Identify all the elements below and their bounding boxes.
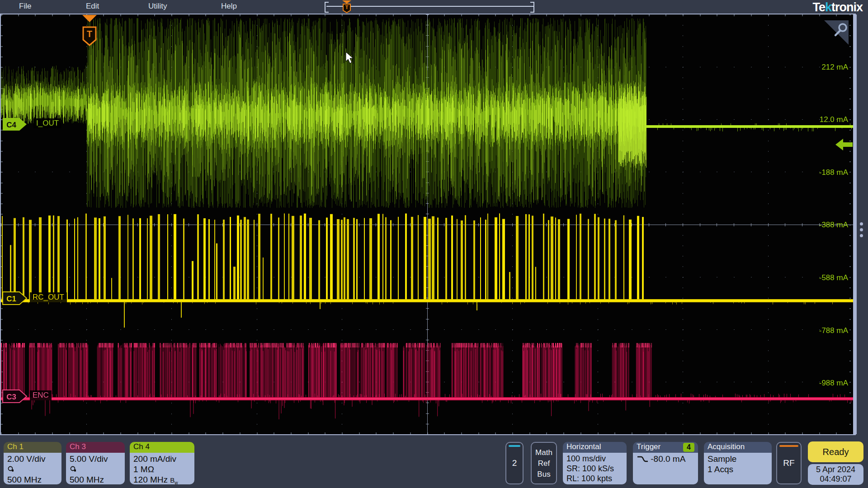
datetime-badge: 5 Apr 2024 04:49:07 (808, 464, 863, 485)
badge-math-ref-bus[interactable]: Math Ref Bus (531, 442, 557, 484)
date-text: 5 Apr 2024 (816, 465, 855, 474)
bus-label: Bus (532, 469, 556, 480)
channel-flag-ch3[interactable]: C3 (2, 389, 28, 403)
ch3-bandwidth: 500 MHz (70, 474, 121, 484)
menu-file[interactable]: File (19, 2, 31, 11)
scale-label-4: -388 mA (819, 221, 848, 230)
ch2-color-bar (509, 445, 520, 447)
results-bar-handle[interactable] (859, 222, 864, 240)
ch3-title: Ch 3 (66, 442, 125, 453)
scale-label-5: -588 mA (819, 273, 848, 282)
badge-trigger[interactable]: Trigger 4 -80.0 mA (633, 442, 698, 484)
horizontal-scale: 100 ms/div (566, 454, 623, 464)
math-label: Math (532, 447, 556, 458)
svg-text:C3: C3 (6, 393, 16, 401)
ch4-title: Ch 4 (130, 442, 194, 453)
scale-label-7: -988 mA (819, 379, 848, 388)
time-text: 04:49:07 (820, 474, 851, 484)
oscilloscope-screen: File Edit Utility Help T Tektronix T 212… (0, 0, 868, 488)
horizontal-record-length: RL: 100 kpts (566, 474, 623, 483)
badge-ch3[interactable]: Ch 3 5.00 V/div 500 MHz (66, 442, 125, 484)
trace-label-enc[interactable]: ENC (30, 390, 52, 400)
trigger-title: Trigger (637, 442, 660, 451)
ch1-title: Ch 1 (4, 442, 61, 453)
acq-window-left-bracket (325, 2, 329, 13)
scale-label-3: -188 mA (819, 168, 848, 177)
badge-ch2-collapsed[interactable]: 2 (505, 442, 524, 484)
badge-ch4[interactable]: Ch 4 200 mA/div 1 MΩ 120 MHz Bw (130, 442, 194, 484)
ch4-impedance: 1 MΩ (133, 464, 191, 474)
ch3-scale: 5.00 V/div (70, 454, 121, 464)
menu-help[interactable]: Help (221, 2, 237, 11)
probe-symbol-icon (7, 464, 58, 474)
bandwidth-limit-icon: Bw (170, 476, 178, 484)
trigger-position-minimap-icon[interactable]: T (341, 0, 352, 13)
acquisition-count: 1 Acqs (708, 464, 768, 474)
falling-edge-icon (637, 455, 648, 463)
scale-label-2: 12.0 mA (820, 115, 848, 124)
menu-edit[interactable]: Edit (86, 2, 99, 11)
trigger-minimap-letter: T (345, 5, 349, 10)
scale-label-1: 212 mA (821, 63, 848, 72)
trigger-source-chip: 4 (683, 443, 694, 452)
badge-horizontal[interactable]: Horizontal 100 ms/div SR: 100 kS/s RL: 1… (563, 442, 627, 484)
rf-color-bar (779, 445, 798, 447)
horizontal-title: Horizontal (563, 442, 627, 453)
ch2-number: 2 (506, 458, 523, 468)
ch4-bandwidth: 120 MHz Bw (133, 474, 191, 484)
trace-label-iout[interactable]: I_OUT (33, 118, 61, 128)
trigger-level: -80.0 mA (651, 454, 685, 464)
ch4-scale: 200 mA/div (133, 454, 191, 464)
acquisition-title: Acquisition (704, 442, 772, 453)
rf-label: RF (777, 458, 801, 468)
channel-flag-ch4[interactable]: C4 (2, 117, 28, 131)
menu-utility[interactable]: Utility (148, 2, 167, 11)
trigger-marker-letter: T (87, 29, 92, 39)
svg-text:C4: C4 (6, 121, 16, 129)
acquisition-status-badge[interactable]: Ready (808, 441, 863, 462)
badge-ch1[interactable]: Ch 1 2.00 V/div 500 MHz (4, 442, 61, 484)
waveform-display: T 212 mA 12.0 mA -188 mA -388 mA -588 mA… (0, 14, 856, 435)
scale-label-6: -788 mA (819, 326, 848, 335)
ref-label: Ref (532, 458, 556, 469)
trigger-level-arrow[interactable] (835, 139, 853, 151)
svg-text:C1: C1 (6, 295, 16, 303)
trace-label-rcout[interactable]: RC_OUT (30, 292, 67, 302)
status-bar: Ch 1 2.00 V/div 500 MHz Ch 3 5.00 V/div … (0, 435, 868, 488)
acquisition-mode: Sample (708, 454, 768, 464)
channel-flag-ch1[interactable]: C1 (2, 291, 28, 305)
ch1-bandwidth: 500 MHz (7, 474, 58, 484)
zoom-corner-button[interactable] (821, 18, 851, 46)
mouse-cursor (345, 52, 355, 65)
right-scrollbar[interactable] (853, 14, 857, 434)
acq-window-right-bracket (530, 2, 534, 13)
probe-symbol-icon (70, 464, 121, 474)
tektronix-logo: Tektronix (812, 0, 863, 14)
badge-acquisition[interactable]: Acquisition Sample 1 Acqs (704, 442, 772, 484)
ch1-scale: 2.00 V/div (7, 454, 58, 464)
trigger-position-marker[interactable]: T (79, 14, 101, 47)
menu-bar: File Edit Utility Help T Tektronix (0, 0, 868, 14)
waveform-canvas[interactable] (1, 14, 853, 434)
horizontal-position-indicator[interactable] (326, 6, 533, 7)
badge-rf[interactable]: RF (776, 442, 802, 484)
horizontal-sample-rate: SR: 100 kS/s (566, 464, 623, 474)
